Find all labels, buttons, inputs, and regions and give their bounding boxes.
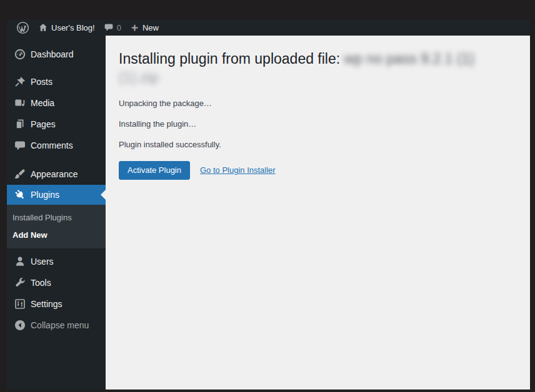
- page-title: Installing plugin from uploaded file: wp…: [119, 49, 500, 87]
- sidebar-item-media[interactable]: Media: [7, 92, 106, 114]
- actions-row: Activate Plugin Go to Plugin Installer: [119, 161, 518, 180]
- site-name-label: User's Blog!: [51, 23, 95, 32]
- collapse-arrow-icon: [14, 319, 26, 331]
- sidebar-item-label: Users: [29, 257, 54, 267]
- wordpress-menu[interactable]: [12, 19, 34, 36]
- menu-separator: [7, 65, 106, 71]
- status-line-installing: Installing the plugin…: [119, 118, 518, 130]
- sidebar-item-comments[interactable]: Comments: [7, 135, 106, 156]
- sidebar-item-label: Media: [29, 98, 54, 108]
- sidebar-item-label: Posts: [29, 77, 52, 87]
- sidebar-item-label: Tools: [29, 278, 51, 288]
- submenu-item-installed-plugins[interactable]: Installed Plugins: [7, 208, 106, 226]
- comments-count-badge: 0: [117, 23, 121, 32]
- speech-bubble-icon: [14, 139, 26, 152]
- pushpin-icon: [14, 76, 26, 88]
- admin-sidebar: Dashboard Posts Media: [7, 36, 106, 390]
- plugins-submenu: Installed Plugins Add New: [7, 205, 106, 248]
- comment-bubble-icon: [104, 22, 114, 32]
- new-label: New: [142, 23, 159, 32]
- media-camera-note-icon: [14, 97, 26, 109]
- page-title-prefix: Installing plugin from uploaded file:: [119, 51, 344, 67]
- new-content-menu[interactable]: New: [126, 19, 163, 36]
- wrench-icon: [14, 277, 26, 289]
- submenu-item-label: Installed Plugins: [12, 213, 72, 222]
- sidebar-item-label: Settings: [29, 299, 62, 309]
- collapse-menu-label: Collapse menu: [29, 320, 89, 330]
- paintbrush-icon: [14, 168, 26, 180]
- sidebar-item-posts[interactable]: Posts: [7, 71, 106, 92]
- sidebar-item-users[interactable]: Users: [7, 251, 106, 272]
- plug-icon: [14, 189, 26, 201]
- plus-icon: [130, 23, 139, 32]
- sliders-icon: [14, 298, 26, 310]
- person-icon: [14, 255, 26, 268]
- redacted-filename-part1: wp no pass 9.2.1 (1): [344, 51, 474, 67]
- sidebar-item-appearance[interactable]: Appearance: [7, 164, 106, 185]
- wordpress-logo-icon: [16, 21, 29, 34]
- sidebar-item-tools[interactable]: Tools: [7, 272, 106, 293]
- submenu-item-add-new[interactable]: Add New: [7, 226, 106, 243]
- collapse-menu-button[interactable]: Collapse menu: [7, 315, 106, 336]
- sidebar-item-label: Pages: [29, 119, 56, 129]
- sidebar-item-label: Appearance: [29, 169, 78, 179]
- stacked-pages-icon: [14, 118, 26, 130]
- comments-menu[interactable]: 0: [99, 19, 126, 36]
- admin-bar: User's Blog! 0 New: [7, 19, 530, 36]
- home-icon: [38, 22, 48, 32]
- sidebar-item-settings[interactable]: Settings: [7, 293, 106, 315]
- menu-separator: [7, 156, 106, 164]
- sidebar-item-label: Dashboard: [29, 49, 74, 59]
- go-to-plugin-installer-link[interactable]: Go to Plugin Installer: [200, 165, 276, 175]
- status-line-installed: Plugin installed successfully.: [119, 139, 518, 151]
- sidebar-item-dashboard[interactable]: Dashboard: [7, 44, 106, 65]
- submenu-item-label: Add New: [12, 230, 48, 240]
- content-area: Installing plugin from uploaded file: wp…: [106, 36, 530, 390]
- status-line-unpacking: Unpacking the package…: [119, 97, 518, 110]
- site-name-menu[interactable]: User's Blog!: [34, 19, 99, 36]
- sidebar-item-label: Plugins: [29, 190, 59, 200]
- sidebar-item-label: Comments: [29, 140, 73, 150]
- dashboard-gauge-icon: [14, 48, 26, 61]
- redacted-filename-part2: (1).zip: [119, 69, 159, 86]
- sidebar-item-plugins[interactable]: Plugins: [7, 185, 106, 205]
- activate-plugin-button[interactable]: Activate Plugin: [119, 161, 190, 180]
- sidebar-item-pages[interactable]: Pages: [7, 114, 106, 135]
